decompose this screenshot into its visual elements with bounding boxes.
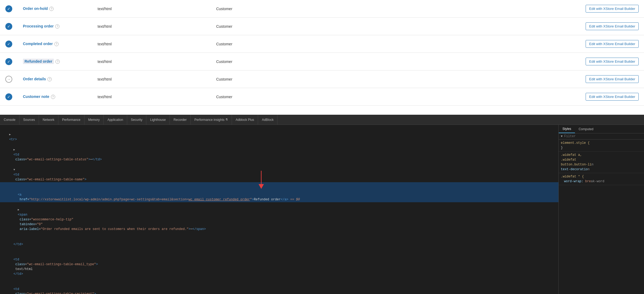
arrow-circle-icon: →	[5, 76, 12, 83]
devtools-panel: ConsoleSourcesNetworkPerformanceMemoryAp…	[0, 115, 644, 294]
email-name-cell: Refunded order?	[18, 53, 92, 70]
email-type-cell: text/html	[92, 53, 211, 70]
email-name-link[interactable]: Order details	[23, 77, 46, 81]
help-icon[interactable]: ?	[55, 59, 60, 64]
devtools-tab-adblock-plus[interactable]: Adblock Plus	[232, 115, 258, 125]
devtools-tab-adblock[interactable]: AdBlock	[258, 115, 277, 125]
devtools-tab-recorder[interactable]: Recorder	[170, 115, 191, 125]
help-icon[interactable]: ?	[47, 77, 52, 81]
devtools-tab-security[interactable]: Security	[127, 115, 146, 125]
dom-line-highlighted[interactable]: <a href="http://xstorewaitlist.local/wp-…	[0, 182, 558, 202]
collapse-triangle: ▶	[13, 148, 17, 152]
devtools-tab-memory[interactable]: Memory	[84, 115, 104, 125]
help-icon[interactable]: ?	[55, 24, 59, 29]
dom-inspector[interactable]: ▶ <tr> ▶ <td class="wc-email-settings-ta…	[0, 125, 559, 294]
email-name-cell: Customer note?	[18, 88, 92, 106]
css-prop: text-decoration	[561, 168, 590, 171]
help-icon[interactable]: ?	[49, 7, 54, 11]
devtools-tab-sources[interactable]: Sources	[19, 115, 39, 125]
devtools-tab-network[interactable]: Network	[39, 115, 58, 125]
email-recipient-cell: Customer	[211, 70, 339, 88]
edit-email-button[interactable]: Edit with XStore Email Builder	[586, 22, 639, 30]
check-icon: ✓	[5, 23, 12, 30]
dom-line[interactable]: ▶ <tr>	[0, 127, 558, 142]
table-row: ✓Customer note?text/htmlCustomerEdit wit…	[0, 88, 644, 106]
email-type-cell: text/html	[92, 88, 211, 106]
css-value: break-word	[585, 180, 604, 183]
status-cell: →	[0, 70, 18, 88]
status-cell: ✓	[0, 0, 18, 18]
email-action-cell: Edit with XStore Email Builder	[339, 18, 644, 35]
email-type-cell: text/html	[92, 18, 211, 35]
table-row: ✓Completed order?text/htmlCustomerEdit w…	[0, 35, 644, 53]
css-selector: .widefat * {	[561, 175, 584, 178]
styles-panel: StylesComputed ▼ element.style { } .wide…	[559, 125, 644, 294]
edit-email-button[interactable]: Edit with XStore Email Builder	[586, 93, 639, 101]
collapse-triangle	[13, 237, 17, 242]
check-icon: ✓	[5, 5, 12, 12]
filter-input[interactable]	[564, 134, 642, 138]
edit-email-button[interactable]: Edit with XStore Email Builder	[586, 5, 639, 13]
collapse-triangle: ▼	[13, 168, 17, 172]
dom-line[interactable]: ▼ <td class="wc-email-settings-table-nam…	[0, 162, 558, 182]
devtools-tab-console[interactable]: Console	[0, 115, 19, 125]
collapse-triangle	[18, 188, 21, 192]
devtools-tab-application[interactable]: Application	[104, 115, 127, 125]
collapse-triangle	[13, 252, 17, 257]
email-table-section: ✓Order on-hold?text/htmlCustomerEdit wit…	[0, 0, 644, 115]
css-selector: .widefat	[561, 158, 576, 162]
css-prop: word-wrap:	[564, 180, 585, 183]
devtools-tab-performance[interactable]: Performance	[58, 115, 84, 125]
status-cell: ✓	[0, 53, 18, 70]
help-icon[interactable]: ?	[54, 42, 59, 46]
status-cell: ✓	[0, 88, 18, 106]
table-row: →Order details?text/htmlCustomerEdit wit…	[0, 70, 644, 88]
emails-table: ✓Order on-hold?text/htmlCustomerEdit wit…	[0, 0, 644, 106]
devtools-tab-lighthouse[interactable]: Lighthouse	[146, 115, 170, 125]
email-name-link[interactable]: Order on-hold	[23, 6, 48, 11]
href-underlined: wc_email_customer_refunded_order	[188, 198, 250, 201]
dom-line[interactable]: <td class="wc-email-settings-table-recip…	[0, 277, 558, 294]
email-recipient-cell: Customer	[211, 35, 339, 53]
email-name-link[interactable]: Completed order	[23, 42, 53, 46]
table-row: ✓Order on-hold?text/htmlCustomerEdit wit…	[0, 0, 644, 18]
status-cell: ✓	[0, 35, 18, 53]
email-name-link[interactable]: Processing order	[23, 24, 54, 28]
devtools-tabs-bar: ConsoleSourcesNetworkPerformanceMemoryAp…	[0, 115, 644, 125]
email-type-cell: text/html	[92, 70, 211, 88]
collapse-triangle	[13, 282, 17, 287]
styles-tabs-bar: StylesComputed	[559, 125, 644, 133]
check-icon: ✓	[5, 41, 12, 47]
email-action-cell: Edit with XStore Email Builder	[339, 0, 644, 18]
dom-line[interactable]: ▶ <td class="wc-email-settings-table-sta…	[0, 142, 558, 162]
email-action-cell: Edit with XStore Email Builder	[339, 53, 644, 70]
dom-line[interactable]: ▶ <span class="woocommerce-help-tip" tab…	[0, 202, 558, 232]
email-action-cell: Edit with XStore Email Builder	[339, 70, 644, 88]
check-icon: ✓	[5, 93, 12, 100]
email-name-link[interactable]: Customer note	[23, 94, 49, 99]
email-type-cell: text/html	[92, 35, 211, 53]
css-selector: element.style {	[561, 141, 590, 145]
email-recipient-cell: Customer	[211, 88, 339, 106]
email-name-cell: Completed order?	[18, 35, 92, 53]
collapse-triangle: ▶	[18, 208, 21, 212]
dom-line[interactable]: <td class="wc-email-settings-table-email…	[0, 247, 558, 277]
css-block-widefat-a: .widefat a, .widefat button.button-lin t…	[559, 152, 644, 173]
email-name-cell: Processing order?	[18, 18, 92, 35]
table-row: ✓Processing order?text/htmlCustomerEdit …	[0, 18, 644, 35]
dom-line[interactable]: </td>	[0, 232, 558, 247]
help-icon[interactable]: ?	[51, 95, 55, 99]
css-block-element-style: element.style { }	[559, 140, 644, 152]
edit-email-button[interactable]: Edit with XStore Email Builder	[586, 40, 639, 48]
devtools-main-area: ▶ <tr> ▶ <td class="wc-email-settings-ta…	[0, 125, 644, 294]
filter-icon: ▼	[561, 135, 563, 138]
styles-tab-computed[interactable]: Computed	[575, 125, 597, 133]
devtools-tab-performance-insights[interactable]: Performance insights⚗	[191, 115, 232, 125]
edit-email-button[interactable]: Edit with XStore Email Builder	[586, 75, 639, 83]
email-name-link[interactable]: Refunded order	[23, 59, 54, 64]
table-row: ✓Refunded order?text/htmlCustomerEdit wi…	[0, 53, 644, 70]
edit-email-button[interactable]: Edit with XStore Email Builder	[586, 58, 639, 65]
email-recipient-cell: Customer	[211, 53, 339, 70]
styles-tab-styles[interactable]: Styles	[559, 125, 575, 133]
collapse-triangle: ▶	[9, 132, 12, 137]
